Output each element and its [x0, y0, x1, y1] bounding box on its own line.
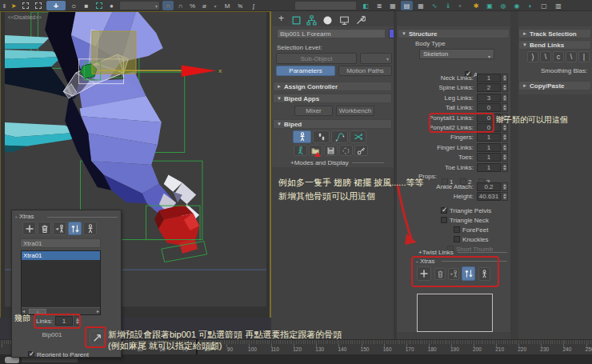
- annotation-bottom-line1: 新增預設會跟著bip001 可點選箭頭 再點選要指定跟著的骨頭: [108, 329, 342, 341]
- annotation-ponytail: 辮子類的可以用這個: [496, 114, 568, 126]
- annotation-extra-line2: 新增其他骨頭可以用這個: [278, 190, 375, 202]
- annotation-links: 幾節: [14, 313, 30, 324]
- annotation-extra-line1: 例如多一隻手 翅膀 裙擺 披風......等等: [278, 177, 424, 189]
- annotation-bottom-line2: (例如麻尾 就可以指定給頭顱): [108, 340, 222, 352]
